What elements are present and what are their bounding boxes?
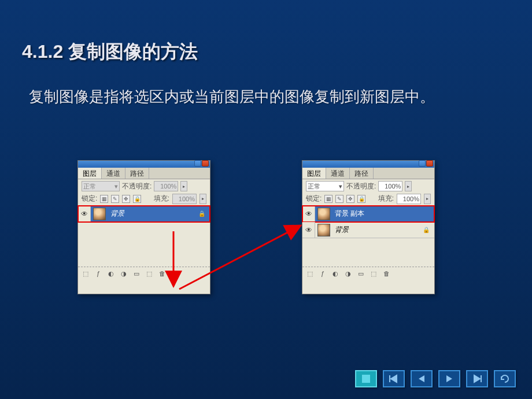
opacity-label: 不透明度: — [122, 182, 152, 191]
opacity-input: 100% — [154, 181, 178, 191]
lock-transparency-icon: ▦ — [100, 195, 108, 203]
folder-icon[interactable]: ▭ — [131, 269, 142, 278]
layer-row-background[interactable]: 👁 背景 🔒 — [302, 222, 434, 238]
fill-flyout-icon: ▸ — [200, 194, 206, 204]
close-button[interactable] — [202, 160, 209, 167]
layer-name[interactable]: 背景 — [108, 209, 198, 219]
trash-icon[interactable]: 🗑 — [381, 269, 391, 278]
blend-mode-value: 正常 — [83, 182, 96, 191]
eye-icon: 👁 — [81, 210, 88, 218]
opacity-flyout-icon[interactable]: ▸ — [405, 181, 412, 191]
tab-layers[interactable]: 图层 — [302, 168, 326, 179]
tab-channels[interactable]: 通道 — [102, 168, 125, 179]
layers-list: 👁 背景 🔒 — [78, 206, 210, 267]
adjustment-icon[interactable]: ◑ — [119, 269, 129, 278]
tab-paths[interactable]: 路径 — [125, 168, 149, 179]
tab-layers[interactable]: 图层 — [78, 168, 102, 179]
blend-mode-select: 正常▾ — [82, 181, 120, 191]
panel-tabs: 图层 通道 路径 — [302, 168, 434, 179]
lock-paint-icon: ✎ — [111, 195, 119, 203]
slide-description: 复制图像是指将选区内或当前图层中的图像复制到新图层中。 — [29, 86, 497, 108]
opacity-label: 不透明度: — [346, 182, 376, 191]
nav-first-button[interactable] — [383, 370, 405, 387]
chevron-down-icon: ▾ — [114, 183, 118, 190]
slide-title: 4.1.2 复制图像的方法 — [22, 39, 198, 65]
fill-label: 填充: — [378, 194, 394, 204]
panel-bottom-toolbar: ⬚ ƒ ◐ ◑ ▭ ⬚ 🗑 — [78, 267, 210, 280]
minimize-button[interactable] — [419, 160, 426, 167]
tab-paths[interactable]: 路径 — [350, 168, 374, 179]
new-layer-icon[interactable]: ⬚ — [144, 269, 154, 278]
panel-tabs: 图层 通道 路径 — [78, 168, 210, 179]
eye-icon: 👁 — [305, 226, 312, 234]
lock-all-icon[interactable]: 🔒 — [357, 195, 365, 203]
empty-layers-area — [302, 238, 434, 267]
lock-move-icon[interactable]: ✥ — [346, 195, 354, 203]
blend-opacity-row: 正常▾ 不透明度: 100% ▸ — [302, 179, 434, 193]
fill-input[interactable]: 100% — [397, 194, 421, 204]
panel-titlebar — [302, 161, 434, 168]
empty-layers-area — [78, 222, 210, 267]
layer-row-background[interactable]: 👁 背景 🔒 — [78, 206, 210, 222]
nav-home-button[interactable] — [355, 370, 377, 387]
svg-rect-0 — [362, 375, 370, 383]
visibility-toggle[interactable]: 👁 — [78, 206, 91, 221]
minimize-button[interactable] — [194, 160, 201, 167]
layers-list: 👁 背景 副本 👁 背景 🔒 — [302, 206, 434, 267]
fx-icon[interactable]: ƒ — [317, 269, 328, 278]
lock-paint-icon[interactable]: ✎ — [335, 195, 343, 203]
nav-return-button[interactable] — [494, 370, 516, 387]
layers-panel-after: 图层 通道 路径 正常▾ 不透明度: 100% ▸ 锁定: ▦ ✎ ✥ 🔒 填充… — [302, 160, 435, 294]
lock-label: 锁定: — [306, 194, 322, 204]
last-icon — [471, 374, 483, 383]
mask-icon[interactable]: ◐ — [106, 269, 116, 278]
eye-icon: 👁 — [305, 210, 312, 218]
close-button[interactable] — [426, 160, 433, 167]
layer-thumbnail — [317, 224, 330, 237]
link-icon[interactable]: ⬚ — [80, 269, 91, 278]
tab-channels[interactable]: 通道 — [326, 168, 350, 179]
fx-icon[interactable]: ƒ — [93, 269, 104, 278]
lock-label: 锁定: — [82, 194, 97, 204]
fill-input: 100% — [172, 194, 197, 204]
first-icon — [388, 374, 400, 383]
mask-icon[interactable]: ◐ — [330, 269, 341, 278]
layers-panel-before: 图层 通道 路径 正常▾ 不透明度: 100% ▸ 锁定: ▦ ✎ ✥ 🔒 填充… — [77, 160, 210, 294]
panel-bottom-toolbar: ⬚ ƒ ◐ ◑ ▭ ⬚ 🗑 — [302, 267, 434, 280]
lock-move-icon: ✥ — [122, 195, 130, 203]
layer-name[interactable]: 背景 副本 — [332, 209, 434, 219]
new-layer-icon[interactable]: ⬚ — [368, 269, 379, 278]
opacity-input[interactable]: 100% — [378, 181, 402, 191]
chevron-down-icon: ▾ — [339, 183, 342, 190]
lock-icon: 🔒 — [423, 227, 430, 234]
layer-row-background-copy[interactable]: 👁 背景 副本 — [302, 206, 434, 222]
home-icon — [361, 374, 371, 384]
blend-opacity-row: 正常▾ 不透明度: 100% ▸ — [78, 179, 210, 193]
fill-flyout-icon[interactable]: ▸ — [424, 194, 431, 204]
adjustment-icon[interactable]: ◑ — [343, 269, 353, 278]
panel-titlebar — [78, 161, 210, 168]
lock-transparency-icon[interactable]: ▦ — [324, 195, 332, 203]
return-icon — [499, 374, 511, 384]
nav-next-button[interactable] — [438, 370, 460, 387]
nav-prev-button[interactable] — [411, 370, 433, 387]
lock-fill-row: 锁定: ▦ ✎ ✥ 🔒 填充: 100% ▸ — [302, 193, 434, 206]
layer-thumbnail — [317, 208, 330, 220]
lock-fill-row: 锁定: ▦ ✎ ✥ 🔒 填充: 100% ▸ — [78, 193, 210, 206]
link-icon[interactable]: ⬚ — [305, 269, 315, 278]
lock-all-icon: 🔒 — [133, 195, 141, 203]
next-icon — [445, 374, 454, 383]
layer-thumbnail — [93, 208, 106, 220]
fill-label: 填充: — [154, 194, 169, 204]
layer-name[interactable]: 背景 — [332, 225, 423, 235]
visibility-toggle[interactable]: 👁 — [302, 222, 315, 238]
slide-nav — [355, 370, 516, 387]
blend-mode-value: 正常 — [308, 182, 320, 191]
blend-mode-select[interactable]: 正常▾ — [306, 181, 344, 191]
nav-last-button[interactable] — [466, 370, 488, 387]
folder-icon[interactable]: ▭ — [356, 269, 366, 278]
visibility-toggle[interactable]: 👁 — [302, 206, 315, 221]
opacity-flyout-icon: ▸ — [180, 181, 187, 191]
lock-icon: 🔒 — [198, 210, 205, 217]
trash-icon[interactable]: 🗑 — [157, 269, 167, 278]
